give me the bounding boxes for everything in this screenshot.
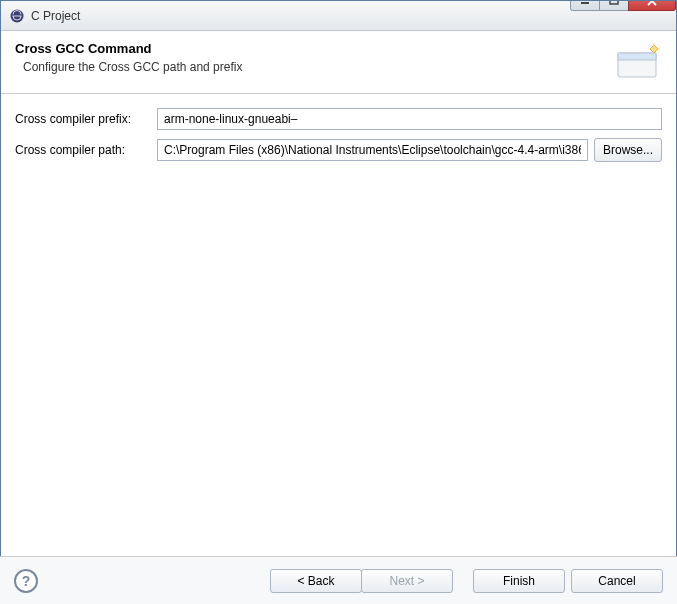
back-button[interactable]: < Back — [270, 569, 362, 593]
cross-compiler-prefix-input[interactable] — [157, 108, 662, 130]
page-description: Configure the Cross GCC path and prefix — [15, 60, 604, 74]
eclipse-icon — [9, 8, 25, 24]
window-controls — [571, 0, 676, 11]
path-label: Cross compiler path: — [15, 143, 157, 157]
help-button[interactable]: ? — [14, 569, 38, 593]
help-icon: ? — [22, 573, 31, 589]
prefix-label: Cross compiler prefix: — [15, 112, 157, 126]
close-button[interactable] — [628, 0, 676, 11]
path-row: Cross compiler path: Browse... — [15, 138, 662, 162]
svg-rect-7 — [618, 53, 656, 60]
titlebar[interactable]: C Project — [1, 1, 676, 31]
minimize-button[interactable] — [570, 0, 600, 11]
next-button: Next > — [361, 569, 453, 593]
maximize-button[interactable] — [599, 0, 629, 11]
wizard-banner-icon — [614, 43, 662, 81]
page-title: Cross GCC Command — [15, 41, 604, 56]
window-title: C Project — [31, 9, 571, 23]
wizard-footer: ? < Back Next > Finish Cancel — [0, 556, 677, 604]
cross-compiler-path-input[interactable] — [157, 139, 588, 161]
svg-rect-3 — [610, 0, 618, 4]
browse-button[interactable]: Browse... — [594, 138, 662, 162]
finish-button[interactable]: Finish — [473, 569, 565, 593]
wizard-content: Cross compiler prefix: Cross compiler pa… — [1, 94, 676, 554]
wizard-header: Cross GCC Command Configure the Cross GC… — [1, 31, 676, 94]
prefix-row: Cross compiler prefix: — [15, 108, 662, 130]
cancel-button[interactable]: Cancel — [571, 569, 663, 593]
